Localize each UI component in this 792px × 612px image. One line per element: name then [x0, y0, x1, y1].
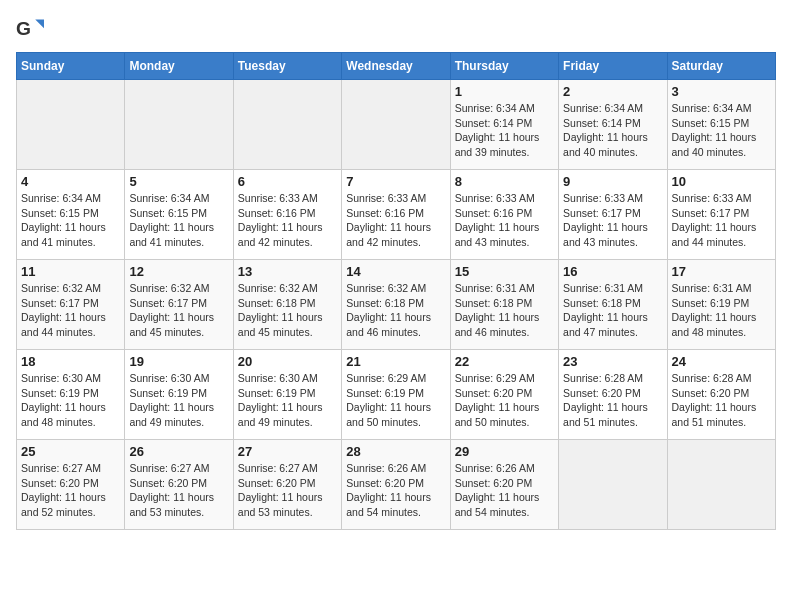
day-number: 15 — [455, 264, 554, 279]
calendar-week-1: 1Sunrise: 6:34 AM Sunset: 6:14 PM Daylig… — [17, 80, 776, 170]
day-number: 20 — [238, 354, 337, 369]
calendar-week-2: 4Sunrise: 6:34 AM Sunset: 6:15 PM Daylig… — [17, 170, 776, 260]
day-info: Sunrise: 6:33 AM Sunset: 6:17 PM Dayligh… — [672, 191, 771, 250]
logo: G — [16, 16, 48, 44]
day-info: Sunrise: 6:26 AM Sunset: 6:20 PM Dayligh… — [346, 461, 445, 520]
calendar-cell: 12Sunrise: 6:32 AM Sunset: 6:17 PM Dayli… — [125, 260, 233, 350]
day-number: 4 — [21, 174, 120, 189]
calendar-cell — [233, 80, 341, 170]
calendar-cell: 22Sunrise: 6:29 AM Sunset: 6:20 PM Dayli… — [450, 350, 558, 440]
day-info: Sunrise: 6:28 AM Sunset: 6:20 PM Dayligh… — [672, 371, 771, 430]
day-number: 12 — [129, 264, 228, 279]
day-info: Sunrise: 6:33 AM Sunset: 6:17 PM Dayligh… — [563, 191, 662, 250]
calendar-cell: 23Sunrise: 6:28 AM Sunset: 6:20 PM Dayli… — [559, 350, 667, 440]
calendar-cell: 13Sunrise: 6:32 AM Sunset: 6:18 PM Dayli… — [233, 260, 341, 350]
day-number: 22 — [455, 354, 554, 369]
calendar-cell: 19Sunrise: 6:30 AM Sunset: 6:19 PM Dayli… — [125, 350, 233, 440]
day-info: Sunrise: 6:32 AM Sunset: 6:18 PM Dayligh… — [238, 281, 337, 340]
day-info: Sunrise: 6:33 AM Sunset: 6:16 PM Dayligh… — [455, 191, 554, 250]
day-number: 25 — [21, 444, 120, 459]
day-number: 14 — [346, 264, 445, 279]
calendar-week-5: 25Sunrise: 6:27 AM Sunset: 6:20 PM Dayli… — [17, 440, 776, 530]
calendar-cell: 27Sunrise: 6:27 AM Sunset: 6:20 PM Dayli… — [233, 440, 341, 530]
day-number: 5 — [129, 174, 228, 189]
day-info: Sunrise: 6:34 AM Sunset: 6:15 PM Dayligh… — [672, 101, 771, 160]
calendar-header: SundayMondayTuesdayWednesdayThursdayFrid… — [17, 53, 776, 80]
day-number: 21 — [346, 354, 445, 369]
calendar-cell: 26Sunrise: 6:27 AM Sunset: 6:20 PM Dayli… — [125, 440, 233, 530]
day-number: 16 — [563, 264, 662, 279]
day-number: 17 — [672, 264, 771, 279]
calendar-cell: 11Sunrise: 6:32 AM Sunset: 6:17 PM Dayli… — [17, 260, 125, 350]
day-number: 19 — [129, 354, 228, 369]
calendar-cell — [17, 80, 125, 170]
weekday-header-wednesday: Wednesday — [342, 53, 450, 80]
day-info: Sunrise: 6:32 AM Sunset: 6:17 PM Dayligh… — [129, 281, 228, 340]
day-info: Sunrise: 6:29 AM Sunset: 6:19 PM Dayligh… — [346, 371, 445, 430]
day-number: 28 — [346, 444, 445, 459]
calendar-cell — [559, 440, 667, 530]
calendar-cell: 3Sunrise: 6:34 AM Sunset: 6:15 PM Daylig… — [667, 80, 775, 170]
calendar-body: 1Sunrise: 6:34 AM Sunset: 6:14 PM Daylig… — [17, 80, 776, 530]
weekday-header-row: SundayMondayTuesdayWednesdayThursdayFrid… — [17, 53, 776, 80]
svg-text:G: G — [16, 18, 31, 39]
day-number: 29 — [455, 444, 554, 459]
day-info: Sunrise: 6:32 AM Sunset: 6:17 PM Dayligh… — [21, 281, 120, 340]
day-number: 11 — [21, 264, 120, 279]
day-info: Sunrise: 6:32 AM Sunset: 6:18 PM Dayligh… — [346, 281, 445, 340]
header: G — [16, 16, 776, 44]
day-number: 10 — [672, 174, 771, 189]
calendar: SundayMondayTuesdayWednesdayThursdayFrid… — [16, 52, 776, 530]
svg-marker-1 — [35, 20, 44, 29]
day-number: 3 — [672, 84, 771, 99]
calendar-cell: 2Sunrise: 6:34 AM Sunset: 6:14 PM Daylig… — [559, 80, 667, 170]
calendar-cell: 14Sunrise: 6:32 AM Sunset: 6:18 PM Dayli… — [342, 260, 450, 350]
calendar-cell — [125, 80, 233, 170]
calendar-cell: 7Sunrise: 6:33 AM Sunset: 6:16 PM Daylig… — [342, 170, 450, 260]
calendar-cell: 17Sunrise: 6:31 AM Sunset: 6:19 PM Dayli… — [667, 260, 775, 350]
weekday-header-tuesday: Tuesday — [233, 53, 341, 80]
weekday-header-saturday: Saturday — [667, 53, 775, 80]
day-number: 6 — [238, 174, 337, 189]
day-info: Sunrise: 6:34 AM Sunset: 6:14 PM Dayligh… — [455, 101, 554, 160]
calendar-cell: 16Sunrise: 6:31 AM Sunset: 6:18 PM Dayli… — [559, 260, 667, 350]
day-info: Sunrise: 6:26 AM Sunset: 6:20 PM Dayligh… — [455, 461, 554, 520]
day-number: 2 — [563, 84, 662, 99]
day-number: 9 — [563, 174, 662, 189]
weekday-header-thursday: Thursday — [450, 53, 558, 80]
calendar-cell: 29Sunrise: 6:26 AM Sunset: 6:20 PM Dayli… — [450, 440, 558, 530]
calendar-cell: 18Sunrise: 6:30 AM Sunset: 6:19 PM Dayli… — [17, 350, 125, 440]
day-info: Sunrise: 6:30 AM Sunset: 6:19 PM Dayligh… — [129, 371, 228, 430]
calendar-cell: 4Sunrise: 6:34 AM Sunset: 6:15 PM Daylig… — [17, 170, 125, 260]
logo-icon: G — [16, 16, 44, 44]
day-info: Sunrise: 6:33 AM Sunset: 6:16 PM Dayligh… — [238, 191, 337, 250]
day-info: Sunrise: 6:29 AM Sunset: 6:20 PM Dayligh… — [455, 371, 554, 430]
day-info: Sunrise: 6:34 AM Sunset: 6:15 PM Dayligh… — [129, 191, 228, 250]
weekday-header-sunday: Sunday — [17, 53, 125, 80]
calendar-week-4: 18Sunrise: 6:30 AM Sunset: 6:19 PM Dayli… — [17, 350, 776, 440]
day-info: Sunrise: 6:27 AM Sunset: 6:20 PM Dayligh… — [21, 461, 120, 520]
day-info: Sunrise: 6:34 AM Sunset: 6:14 PM Dayligh… — [563, 101, 662, 160]
day-info: Sunrise: 6:33 AM Sunset: 6:16 PM Dayligh… — [346, 191, 445, 250]
day-info: Sunrise: 6:30 AM Sunset: 6:19 PM Dayligh… — [238, 371, 337, 430]
day-number: 18 — [21, 354, 120, 369]
calendar-cell: 28Sunrise: 6:26 AM Sunset: 6:20 PM Dayli… — [342, 440, 450, 530]
day-number: 8 — [455, 174, 554, 189]
weekday-header-monday: Monday — [125, 53, 233, 80]
calendar-cell — [342, 80, 450, 170]
weekday-header-friday: Friday — [559, 53, 667, 80]
calendar-cell: 1Sunrise: 6:34 AM Sunset: 6:14 PM Daylig… — [450, 80, 558, 170]
calendar-cell: 6Sunrise: 6:33 AM Sunset: 6:16 PM Daylig… — [233, 170, 341, 260]
calendar-cell: 20Sunrise: 6:30 AM Sunset: 6:19 PM Dayli… — [233, 350, 341, 440]
day-number: 1 — [455, 84, 554, 99]
calendar-cell: 9Sunrise: 6:33 AM Sunset: 6:17 PM Daylig… — [559, 170, 667, 260]
day-number: 7 — [346, 174, 445, 189]
day-info: Sunrise: 6:31 AM Sunset: 6:18 PM Dayligh… — [455, 281, 554, 340]
day-info: Sunrise: 6:31 AM Sunset: 6:19 PM Dayligh… — [672, 281, 771, 340]
day-info: Sunrise: 6:31 AM Sunset: 6:18 PM Dayligh… — [563, 281, 662, 340]
calendar-cell: 8Sunrise: 6:33 AM Sunset: 6:16 PM Daylig… — [450, 170, 558, 260]
day-info: Sunrise: 6:28 AM Sunset: 6:20 PM Dayligh… — [563, 371, 662, 430]
calendar-cell — [667, 440, 775, 530]
day-info: Sunrise: 6:27 AM Sunset: 6:20 PM Dayligh… — [129, 461, 228, 520]
calendar-cell: 5Sunrise: 6:34 AM Sunset: 6:15 PM Daylig… — [125, 170, 233, 260]
